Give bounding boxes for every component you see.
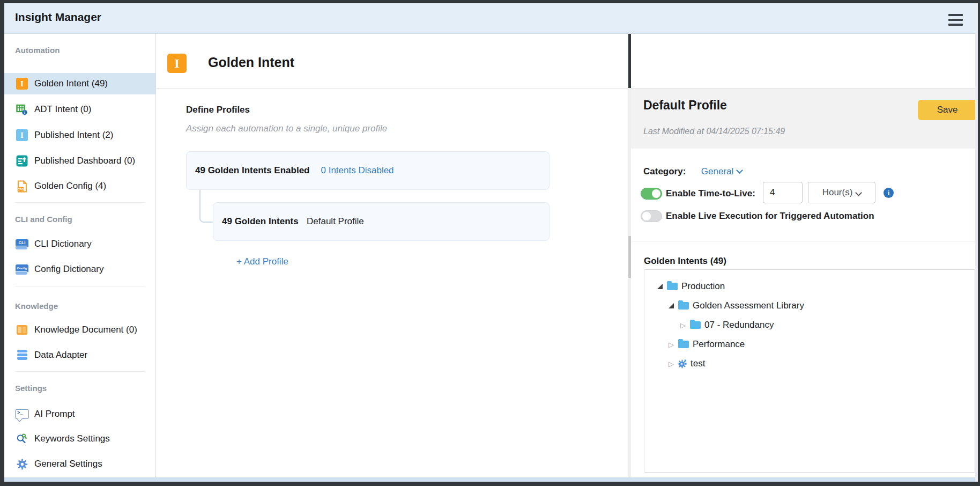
tree-node-golden-assessment-library[interactable]: Golden Assessment Library: [644, 296, 975, 315]
config-dictionary-icon: Config: [15, 262, 29, 276]
chevron-down-icon: [736, 167, 743, 174]
sidebar-item-ai-prompt[interactable]: >_ AI Prompt: [4, 403, 155, 425]
default-profile-card[interactable]: 49 Golden Intents Default Profile: [213, 202, 550, 241]
sidebar-item-adt-intent[interactable]: i ADT Intent (0): [4, 99, 155, 120]
app-title: Insight Manager: [15, 11, 101, 24]
app-window: Insight Manager Automation I Golden Inte…: [0, 0, 980, 486]
published-intent-icon: I: [15, 128, 29, 142]
sidebar-item-golden-intent[interactable]: I Golden Intent (49): [4, 73, 155, 94]
save-button[interactable]: Save: [918, 100, 977, 120]
category-select[interactable]: General: [701, 166, 742, 176]
tree-node-production[interactable]: Production: [644, 277, 975, 296]
sidebar-item-data-adapter[interactable]: Data Adapter: [4, 344, 155, 366]
live-execution-label: Enable Live Execution for Triggered Auto…: [666, 211, 874, 222]
sidebar-item-golden-config[interactable]: CFG Golden Config (4): [4, 175, 155, 197]
sidebar-section-knowledge: Knowledge: [15, 301, 58, 311]
add-profile-link[interactable]: + Add Profile: [236, 256, 288, 267]
adt-intent-icon: i: [15, 102, 29, 116]
sidebar-item-knowledge-document[interactable]: Knowledge Document (0): [4, 319, 155, 341]
profile-last-modified: Last Modified at 04/14/2025 07:15:49: [643, 127, 785, 136]
expander-open-icon[interactable]: [667, 303, 675, 308]
tree-node-07-redundancy[interactable]: ▷ 07 - Redundancy: [644, 315, 975, 335]
panel-scrollbar-thumb[interactable]: [628, 236, 631, 278]
sidebar-section-cli-config: CLI and Config: [15, 215, 72, 224]
hamburger-menu-icon[interactable]: [948, 14, 963, 26]
define-profiles-subtitle: Assign each automation to a single, uniq…: [186, 123, 387, 134]
ai-prompt-icon: >_: [15, 407, 29, 421]
sidebar-item-published-intent[interactable]: I Published Intent (2): [4, 124, 155, 146]
sidebar: Automation I Golden Intent (49) i ADT In…: [4, 33, 156, 477]
panel-scrollbar-track[interactable]: [628, 89, 631, 477]
window-border-bottom: [0, 482, 980, 486]
sidebar-divider: [15, 202, 145, 203]
live-execution-toggle[interactable]: [641, 210, 662, 222]
golden-intents-heading: Golden Intents (49): [644, 256, 726, 267]
profile-tree-connector: [199, 189, 214, 223]
svg-text:o: o: [681, 363, 682, 365]
ttl-toggle[interactable]: [641, 188, 662, 200]
ttl-label: Enable Time-to-Live:: [666, 188, 755, 199]
tree-node-test[interactable]: ▷ o test: [644, 354, 975, 373]
sidebar-item-keywords-settings[interactable]: Keywords Settings: [4, 428, 155, 450]
sidebar-item-general-settings[interactable]: General Settings: [4, 453, 155, 475]
expander-open-icon[interactable]: [656, 284, 664, 289]
svg-text:CFG: CFG: [17, 187, 24, 190]
intents-enabled-label: 49 Golden Intents Enabled: [195, 165, 309, 176]
info-icon[interactable]: i: [884, 188, 894, 198]
data-adapter-icon: [15, 348, 29, 362]
published-dashboard-icon: [15, 154, 29, 168]
category-row: Category: General: [643, 166, 742, 177]
folder-icon: [678, 302, 689, 310]
golden-config-icon: CFG: [15, 179, 29, 193]
ttl-value-input[interactable]: [763, 182, 803, 203]
panel-divider: [631, 241, 975, 241]
expander-closed-icon[interactable]: ▷: [667, 360, 675, 367]
folder-icon: [678, 341, 689, 348]
folder-icon: [667, 283, 678, 290]
svg-text:i: i: [24, 110, 25, 115]
sidebar-item-published-dashboard[interactable]: Published Dashboard (0): [4, 150, 155, 172]
sidebar-section-settings: Settings: [15, 384, 47, 393]
horizontal-scrollbar[interactable]: [4, 477, 978, 482]
intents-enabled-card: 49 Golden Intents Enabled 0 Intents Disa…: [186, 151, 550, 190]
ttl-unit-select[interactable]: Hour(s): [808, 182, 875, 203]
folder-icon: [690, 321, 701, 329]
app-header: Insight Manager: [4, 3, 978, 34]
golden-intents-tree: Production Golden Assessment Library ▷ 0…: [644, 269, 975, 473]
intents-disabled-link[interactable]: 0 Intents Disabled: [321, 165, 394, 176]
cli-dictionary-icon: CLI: [15, 237, 29, 251]
expander-closed-icon[interactable]: ▷: [679, 322, 687, 329]
automation-gear-icon: o: [677, 359, 687, 369]
main-content: [156, 33, 628, 477]
sidebar-section-automation: Automation: [15, 46, 60, 55]
define-profiles-heading: Define Profiles: [186, 105, 250, 115]
profile-name-label: Default Profile: [307, 216, 364, 227]
profile-detail-title: Default Profile: [643, 98, 727, 113]
general-settings-icon: [15, 457, 29, 471]
sidebar-item-config-dictionary[interactable]: Config Config Dictionary: [4, 259, 155, 280]
tree-node-performance[interactable]: ▷ Performance: [644, 335, 975, 354]
sidebar-item-cli-dictionary[interactable]: CLI CLI Dictionary: [4, 233, 155, 255]
expander-closed-icon[interactable]: ▷: [667, 341, 675, 348]
chevron-down-icon: [855, 189, 862, 196]
window-border-right: [978, 0, 980, 486]
golden-intent-icon: I: [15, 77, 29, 91]
knowledge-document-icon: [15, 323, 29, 337]
page-title: Golden Intent: [208, 55, 294, 70]
keywords-settings-icon: [15, 432, 29, 446]
golden-intent-page-icon: I: [167, 54, 187, 73]
sidebar-divider: [15, 371, 145, 372]
window-border-left: [0, 0, 4, 486]
category-label: Category:: [643, 166, 686, 176]
window-border-top: [0, 0, 980, 3]
profile-count-label: 49 Golden Intents: [222, 216, 307, 227]
sidebar-divider: [15, 286, 145, 286]
